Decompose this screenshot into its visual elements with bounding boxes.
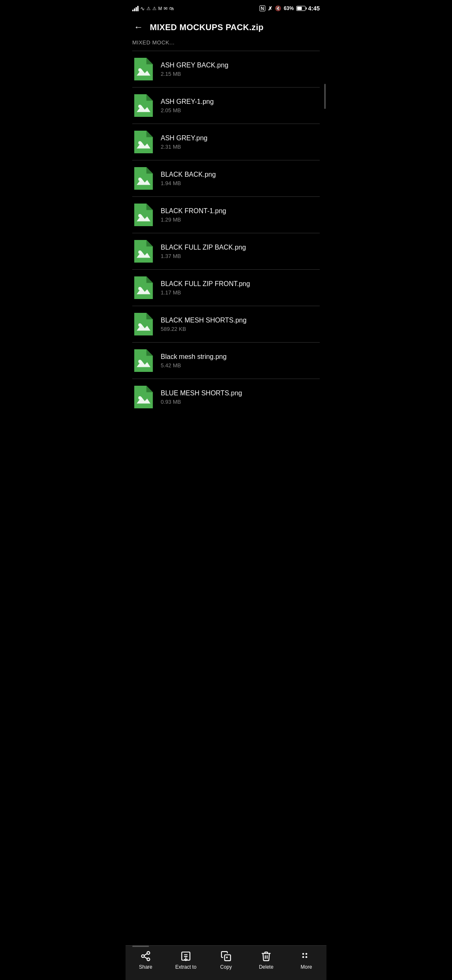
file-name: BLACK BACK.png <box>161 171 320 178</box>
file-info: BLACK FULL ZIP FRONT.png 1.17 MB <box>161 280 320 296</box>
file-icon <box>132 203 154 227</box>
wifi-icon: ∿ <box>140 5 145 12</box>
file-info: Black mesh string.png 5.42 MB <box>161 353 320 369</box>
file-size: 1.94 MB <box>161 180 320 186</box>
app-icon: 🛍 <box>169 6 174 11</box>
list-item[interactable]: BLUE MESH SHORTS.png 0.93 MB <box>126 379 326 415</box>
list-item[interactable]: Black mesh string.png 5.42 MB <box>126 343 326 379</box>
battery-icon <box>296 6 306 11</box>
svg-point-33 <box>306 953 307 954</box>
file-icon <box>132 239 154 263</box>
file-icon <box>132 348 154 373</box>
status-bar: ∿ ⚠ ⚠ M ✉ 🛍 N ✗ 🔇 63% 4:45 <box>126 0 326 15</box>
file-size: 5.42 MB <box>161 362 320 369</box>
signal-icon <box>132 5 139 11</box>
status-left: ∿ ⚠ ⚠ M ✉ 🛍 <box>132 5 174 12</box>
file-info: ASH GREY BACK.png 2.15 MB <box>161 62 320 77</box>
share-button[interactable]: Share <box>131 951 160 970</box>
file-icon <box>132 276 154 300</box>
file-name: BLACK FULL ZIP FRONT.png <box>161 280 320 288</box>
file-name: BLACK FULL ZIP BACK.png <box>161 244 320 251</box>
list-item[interactable]: BLACK MESH SHORTS.png 589.22 KB <box>126 306 326 342</box>
file-info: BLACK MESH SHORTS.png 589.22 KB <box>161 317 320 332</box>
file-icon <box>132 312 154 336</box>
file-size: 1.17 MB <box>161 289 320 296</box>
file-info: BLACK FULL ZIP BACK.png 1.37 MB <box>161 244 320 259</box>
file-name: BLACK MESH SHORTS.png <box>161 317 320 324</box>
svg-line-23 <box>144 957 147 959</box>
copy-icon <box>221 951 231 962</box>
toolbar-handle <box>132 946 149 947</box>
more-button[interactable]: More <box>292 951 321 970</box>
bluetooth-icon: ✗ <box>268 5 272 12</box>
file-size: 1.29 MB <box>161 217 320 223</box>
list-item[interactable]: ASH GREY-1.png 2.05 MB <box>126 88 326 124</box>
delete-label: Delete <box>259 964 274 970</box>
file-icon <box>132 385 154 409</box>
svg-point-32 <box>302 953 304 954</box>
file-info: BLACK FRONT-1.png 1.29 MB <box>161 207 320 223</box>
battery-percent: 63% <box>284 5 294 11</box>
file-info: BLUE MESH SHORTS.png 0.93 MB <box>161 389 320 405</box>
file-size: 1.37 MB <box>161 253 320 259</box>
back-button[interactable]: ← <box>132 20 145 34</box>
file-name: ASH GREY BACK.png <box>161 62 320 69</box>
list-item[interactable]: BLACK FULL ZIP FRONT.png 1.17 MB <box>126 270 326 306</box>
warning-icon-2: ⚠ <box>152 6 157 11</box>
file-icon <box>132 130 154 154</box>
extract-label: Extract to <box>175 964 197 970</box>
file-size: 589.22 KB <box>161 326 320 332</box>
file-size: 2.31 MB <box>161 144 320 150</box>
file-size: 0.93 MB <box>161 399 320 405</box>
scroll-indicator <box>324 84 326 109</box>
warning-icon: ⚠ <box>146 6 151 11</box>
mail-icon: ✉ <box>164 6 167 11</box>
vibrate-icon: 🔇 <box>275 5 281 11</box>
file-info: BLACK BACK.png 1.94 MB <box>161 171 320 186</box>
list-item[interactable]: BLACK BACK.png 1.94 MB <box>126 160 326 196</box>
more-label: More <box>300 964 312 970</box>
list-item[interactable]: BLACK FULL ZIP BACK.png 1.37 MB <box>126 233 326 269</box>
file-name: BLACK FRONT-1.png <box>161 207 320 215</box>
svg-point-34 <box>302 956 304 958</box>
nfc-icon: N <box>259 5 265 11</box>
share-label: Share <box>139 964 152 970</box>
file-size: 2.15 MB <box>161 71 320 77</box>
file-name: ASH GREY.png <box>161 134 320 142</box>
file-info: ASH GREY.png 2.31 MB <box>161 134 320 150</box>
list-item[interactable]: BLACK FRONT-1.png 1.29 MB <box>126 197 326 233</box>
page-title: MIXED MOCKUPS PACK.zip <box>150 23 264 32</box>
clock: 4:45 <box>308 5 320 12</box>
delete-icon <box>261 951 272 962</box>
status-right: N ✗ 🔇 63% 4:45 <box>259 5 320 12</box>
list-item[interactable]: ASH GREY.png 2.31 MB <box>126 124 326 160</box>
gmail-icon: M <box>158 6 162 11</box>
file-icon <box>132 93 154 118</box>
file-info: ASH GREY-1.png 2.05 MB <box>161 98 320 113</box>
file-list: ASH GREY BACK.png 2.15 MB ASH GREY-1.png… <box>126 51 326 457</box>
copy-label: Copy <box>220 964 232 970</box>
breadcrumb: MIXED MOCK... <box>126 39 326 51</box>
file-name: Black mesh string.png <box>161 353 320 361</box>
header: ← MIXED MOCKUPS PACK.zip <box>126 15 326 39</box>
bottom-toolbar: Share Extract to Copy Delete <box>126 945 326 980</box>
file-icon <box>132 166 154 191</box>
copy-button[interactable]: Copy <box>211 951 241 970</box>
delete-button[interactable]: Delete <box>252 951 281 970</box>
more-icon <box>301 951 312 962</box>
file-size: 2.05 MB <box>161 107 320 113</box>
extract-to-button[interactable]: Extract to <box>171 951 200 970</box>
svg-line-24 <box>144 954 147 955</box>
file-icon <box>132 57 154 81</box>
file-name: ASH GREY-1.png <box>161 98 320 106</box>
file-name: BLUE MESH SHORTS.png <box>161 389 320 397</box>
extract-icon <box>180 951 191 962</box>
svg-point-35 <box>306 956 307 958</box>
share-icon <box>140 951 151 962</box>
list-item[interactable]: ASH GREY BACK.png 2.15 MB <box>126 51 326 87</box>
